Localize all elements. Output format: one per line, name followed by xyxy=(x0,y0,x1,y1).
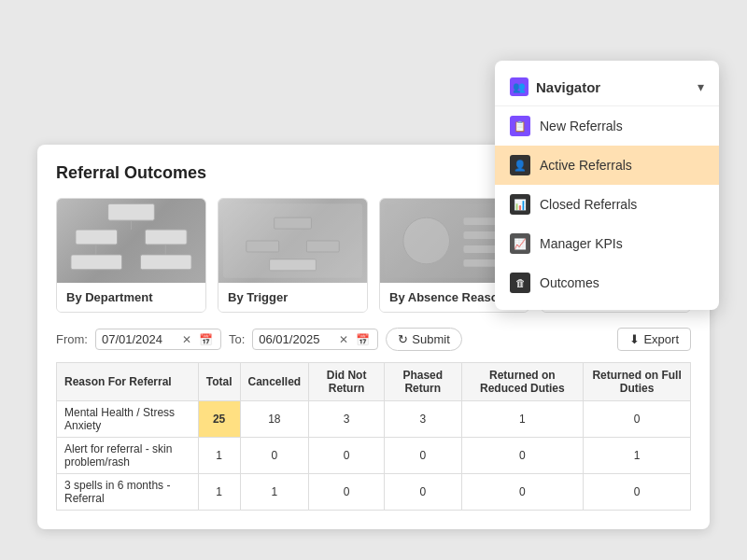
svg-rect-12 xyxy=(270,259,317,271)
nav-item-outcomes[interactable]: 🗑 Outcomes xyxy=(495,263,719,302)
dept-chart-svg xyxy=(57,199,205,283)
header-phased-return: Phased Return xyxy=(384,363,461,401)
row3-total: 1 xyxy=(198,474,240,511)
manager-kpis-icon: 📈 xyxy=(510,233,530,254)
filter-row: From: ✕ 📅 To: ✕ 📅 ↻ Submit ⬇ Export xyxy=(56,328,691,351)
from-date-input[interactable] xyxy=(102,332,176,346)
header-total: Total xyxy=(198,363,240,401)
row2-cancelled: 0 xyxy=(240,438,309,474)
nav-item-label: New Referrals xyxy=(540,119,623,133)
svg-rect-10 xyxy=(247,241,279,252)
outcome-dept-label: By Department xyxy=(57,283,205,312)
export-label: Export xyxy=(643,332,679,346)
row3-phased: 0 xyxy=(384,474,461,511)
navigator-header: 👥 Navigator ▾ xyxy=(495,68,719,106)
submit-icon: ↻ xyxy=(398,332,408,346)
to-date-wrap: ✕ 📅 xyxy=(252,329,378,350)
nav-item-active-referrals[interactable]: 👤 Active Referrals xyxy=(495,146,719,185)
row1-dnreturn: 3 xyxy=(309,401,385,438)
closed-referrals-icon: 📊 xyxy=(510,194,530,215)
svg-rect-5 xyxy=(71,255,122,270)
submit-button[interactable]: ↻ Submit xyxy=(386,328,461,351)
nav-item-label: Manager KPIs xyxy=(540,236,623,251)
nav-item-new-referrals[interactable]: 📋 New Referrals xyxy=(495,106,719,146)
row1-phased: 3 xyxy=(384,401,461,438)
export-icon: ⬇ xyxy=(629,332,640,346)
row1-total: 25 xyxy=(198,401,240,438)
row3-reason: 3 spells in 6 months - Referral xyxy=(57,474,199,511)
row1-fullduties: 0 xyxy=(584,401,691,438)
clear-to-icon[interactable]: ✕ xyxy=(337,333,350,346)
referral-table: Reason For Referral Total Cancelled Did … xyxy=(56,362,691,511)
row3-fullduties: 0 xyxy=(584,474,691,511)
row2-fullduties: 1 xyxy=(584,438,691,474)
row3-reduced: 0 xyxy=(461,474,584,511)
navigator-dropdown: 👥 Navigator ▾ 📋 New Referrals 👤 Active R… xyxy=(495,61,719,310)
from-date-wrap: ✕ 📅 xyxy=(95,329,221,350)
header-full-duties: Returned on Full Duties xyxy=(584,363,691,401)
navigator-icon: 👥 xyxy=(510,77,529,96)
active-referrals-icon: 👤 xyxy=(510,155,530,175)
navigator-header-left: 👥 Navigator xyxy=(510,77,600,96)
svg-rect-9 xyxy=(275,217,312,229)
from-label: From: xyxy=(56,332,88,346)
calendar-to-icon[interactable]: 📅 xyxy=(354,333,372,346)
header-cancelled: Cancelled xyxy=(240,363,309,401)
header-reason: Reason For Referral xyxy=(57,363,199,401)
row2-reduced: 0 xyxy=(461,438,584,474)
svg-rect-7 xyxy=(140,255,191,270)
clear-from-icon[interactable]: ✕ xyxy=(180,333,193,346)
row1-reason: Mental Health / Stress Anxiety xyxy=(57,401,199,438)
header-reduced-duties: Returned on Reduced Duties xyxy=(461,363,584,401)
nav-item-label: Closed Referrals xyxy=(540,197,637,212)
table-row: 3 spells in 6 months - Referral 1 1 0 0 … xyxy=(57,474,691,511)
outcome-trigger[interactable]: By Trigger xyxy=(218,198,368,313)
svg-rect-0 xyxy=(108,203,155,220)
navigator-title: Navigator xyxy=(536,79,600,95)
header-did-not-return: Did Not Return xyxy=(309,363,385,401)
table-row: Mental Health / Stress Anxiety 25 18 3 3… xyxy=(57,401,691,438)
trigger-chart-svg xyxy=(218,199,367,283)
svg-rect-2 xyxy=(76,230,118,245)
table-header-row: Reason For Referral Total Cancelled Did … xyxy=(57,363,691,401)
table-row: Alert for referral - skin problem/rash 1… xyxy=(57,438,691,474)
row1-reduced: 1 xyxy=(461,401,584,438)
chevron-down-icon[interactable]: ▾ xyxy=(698,79,704,94)
export-button[interactable]: ⬇ Export xyxy=(617,328,691,351)
to-date-input[interactable] xyxy=(259,332,333,346)
outcome-trigger-image xyxy=(218,199,367,283)
outcome-trigger-label: By Trigger xyxy=(218,283,367,312)
svg-rect-11 xyxy=(306,241,339,252)
row1-cancelled: 18 xyxy=(240,401,309,438)
row3-dnreturn: 0 xyxy=(309,474,385,511)
outcome-department[interactable]: By Department xyxy=(56,198,206,313)
row2-total: 1 xyxy=(198,438,240,474)
row2-phased: 0 xyxy=(384,438,461,474)
nav-item-manager-kpis[interactable]: 📈 Manager KPIs xyxy=(495,224,719,263)
nav-item-closed-referrals[interactable]: 📊 Closed Referrals xyxy=(495,185,719,224)
outcomes-icon: 🗑 xyxy=(510,273,530,293)
row3-cancelled: 1 xyxy=(240,474,309,511)
new-referrals-icon: 📋 xyxy=(510,116,530,136)
svg-point-14 xyxy=(403,217,450,264)
submit-label: Submit xyxy=(412,332,449,346)
row2-reason: Alert for referral - skin problem/rash xyxy=(57,438,199,474)
nav-item-label: Active Referrals xyxy=(540,158,632,173)
outcome-dept-image xyxy=(57,199,205,283)
svg-rect-3 xyxy=(145,230,187,245)
to-label: To: xyxy=(229,332,245,346)
row2-dnreturn: 0 xyxy=(309,438,385,474)
nav-item-label: Outcomes xyxy=(540,275,599,290)
calendar-from-icon[interactable]: 📅 xyxy=(197,333,215,346)
